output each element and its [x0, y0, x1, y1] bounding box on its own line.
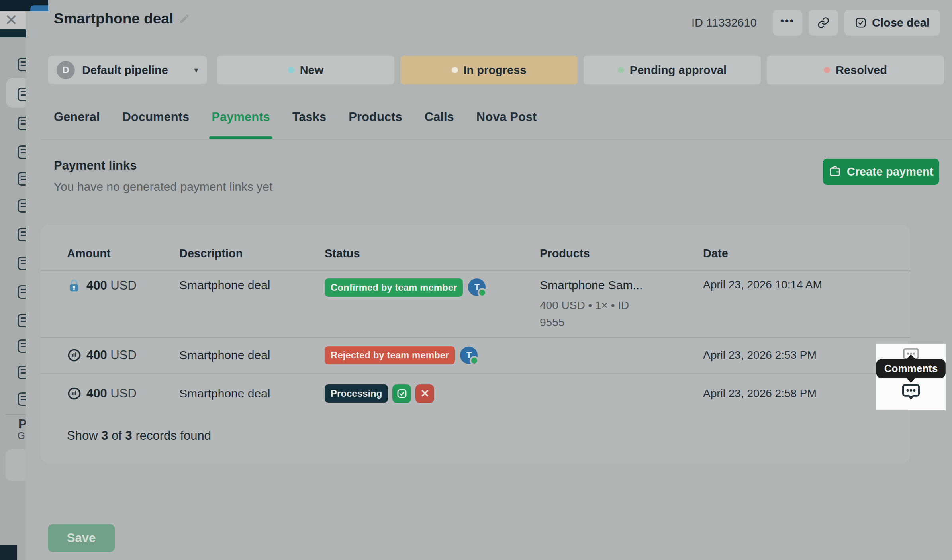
chevron-down-icon: ▾ [194, 65, 198, 75]
sidebar-phone-icon[interactable] [18, 314, 26, 327]
sidebar-settings-icon[interactable] [18, 392, 26, 406]
assignee-avatar[interactable]: T [468, 278, 486, 296]
close-icon[interactable]: ✕ [3, 11, 19, 29]
amount-value: 400 [86, 386, 107, 400]
column-header-date: Date [703, 247, 884, 270]
amount-currency: USD [110, 386, 136, 400]
deal-tabs: General Documents Payments Tasks Product… [54, 110, 537, 124]
status-cell: Processing ✕ [325, 384, 540, 403]
background-partial-text: G [18, 430, 25, 441]
tab-payments[interactable]: Payments [212, 110, 270, 124]
background-sidebar-fragment: ✕ P G [0, 0, 26, 560]
status-badge: Processing [325, 384, 388, 403]
amount-cell: 400 USD [67, 348, 179, 362]
amount-value: 400 [86, 278, 107, 292]
presence-dot [470, 356, 479, 365]
sidebar-chart-icon[interactable] [18, 58, 26, 71]
table-row[interactable]: 400 USD Smartphone deal Rejected by team… [41, 338, 910, 374]
sidebar-tag-icon[interactable] [18, 199, 26, 213]
page-title: Smartphone deal [54, 10, 190, 27]
sidebar-funnel-icon[interactable] [18, 228, 26, 241]
stage-dot [288, 67, 294, 73]
payments-table-card: Amount Description Status Products Date … [41, 225, 910, 463]
sidebar-wallet-icon[interactable] [18, 366, 26, 379]
tab-documents[interactable]: Documents [122, 110, 189, 124]
create-payment-button[interactable]: Create payment [823, 159, 939, 185]
background-header-fragment [0, 29, 26, 37]
sidebar-divider [6, 414, 26, 415]
tab-general[interactable]: General [54, 110, 100, 124]
table-row[interactable]: 400 USD Smartphone deal Processing ✕ Apr… [41, 374, 910, 413]
tab-nova-post[interactable]: Nova Post [476, 110, 537, 124]
stage-label: In progress [464, 64, 527, 77]
records-shown: 3 [101, 429, 108, 443]
stage-dot [824, 67, 830, 73]
background-corner-block [0, 545, 17, 560]
stage-label: Resolved [836, 64, 887, 77]
pipeline-select[interactable]: D Default pipeline ▾ [48, 56, 207, 84]
status-badge: Rejected by team member [325, 346, 455, 364]
stage-button-in-progress[interactable]: In progress [400, 56, 578, 84]
sidebar-tasks-icon[interactable] [18, 145, 26, 159]
product-meta: 9555 [540, 314, 703, 331]
column-header-description: Description [179, 247, 325, 270]
amount-value: 400 [86, 348, 107, 362]
confirm-payment-button[interactable] [392, 384, 411, 403]
amount-cell: 400 USD [67, 386, 179, 401]
stage-dot [618, 67, 624, 73]
close-deal-button[interactable]: Close deal [844, 10, 940, 36]
sidebar-terminal-icon[interactable] [18, 339, 26, 353]
pos-terminal-icon [67, 386, 81, 401]
description-cell: Smartphone deal [179, 271, 325, 337]
status-cell: Rejected by team member T [325, 346, 540, 364]
stage-button-new[interactable]: New [217, 56, 394, 84]
records-count-text: records found [135, 429, 211, 443]
date-cell: April 23, 2026 2:53 PM [703, 349, 884, 362]
stage-button-pending-approval[interactable]: Pending approval [584, 56, 761, 84]
edit-pencil-icon[interactable] [179, 13, 190, 24]
comments-tooltip: Comments [876, 359, 946, 378]
check-square-icon [396, 388, 408, 399]
column-header-status: Status [325, 247, 540, 270]
description-cell: Smartphone deal [179, 349, 325, 362]
tab-tasks[interactable]: Tasks [292, 110, 327, 124]
column-header-products: Products [540, 247, 703, 270]
column-header-amount: Amount [67, 247, 179, 270]
background-topbar-accent [30, 5, 48, 11]
tabs-divider [41, 139, 952, 140]
description-cell: Smartphone deal [179, 387, 325, 400]
stage-button-resolved[interactable]: Resolved [767, 56, 944, 84]
status-badge: Confirmed by team member [325, 278, 463, 297]
sidebar-return-icon[interactable] [18, 285, 26, 299]
date-cell: April 23, 2026 10:14 AM [703, 271, 884, 337]
sidebar-contacts-icon[interactable] [18, 117, 26, 130]
tab-calls[interactable]: Calls [425, 110, 454, 124]
stage-dot [452, 67, 458, 73]
payment-links-title: Payment links [54, 159, 137, 173]
tab-products[interactable]: Products [349, 110, 402, 124]
sidebar-mail-icon[interactable] [18, 172, 26, 186]
onboarding-spotlight: Comments [876, 344, 946, 410]
wallet-icon [829, 165, 841, 178]
records-count: Show 3 of 3 records found [67, 429, 910, 443]
link-icon [817, 16, 830, 29]
sidebar-stats-icon[interactable] [18, 257, 26, 270]
products-cell: Smartphone Sam... 400 USD • 1× • ID 9555 [540, 271, 703, 337]
pos-terminal-icon [67, 348, 81, 362]
status-cell: Confirmed by team member T [325, 271, 540, 337]
close-deal-label: Close deal [872, 16, 930, 29]
background-button-fragment [6, 449, 26, 481]
comments-icon[interactable] [901, 382, 921, 402]
deal-id: ID 11332610 [691, 16, 757, 29]
header-actions: ID 11332610 ••• Close deal [691, 10, 940, 36]
copy-link-button[interactable] [809, 10, 838, 36]
assignee-avatar[interactable]: T [460, 347, 478, 364]
sidebar-list-icon[interactable] [18, 88, 26, 101]
date-cell: April 23, 2026 2:58 PM [703, 387, 884, 400]
create-payment-label: Create payment [847, 165, 934, 178]
reject-payment-button[interactable]: ✕ [415, 384, 434, 403]
pipeline-name: Default pipeline [82, 64, 168, 77]
more-actions-button[interactable]: ••• [773, 10, 802, 36]
save-button[interactable]: Save [48, 524, 115, 552]
table-row[interactable]: 400 USD Smartphone deal Confirmed by tea… [41, 271, 910, 338]
